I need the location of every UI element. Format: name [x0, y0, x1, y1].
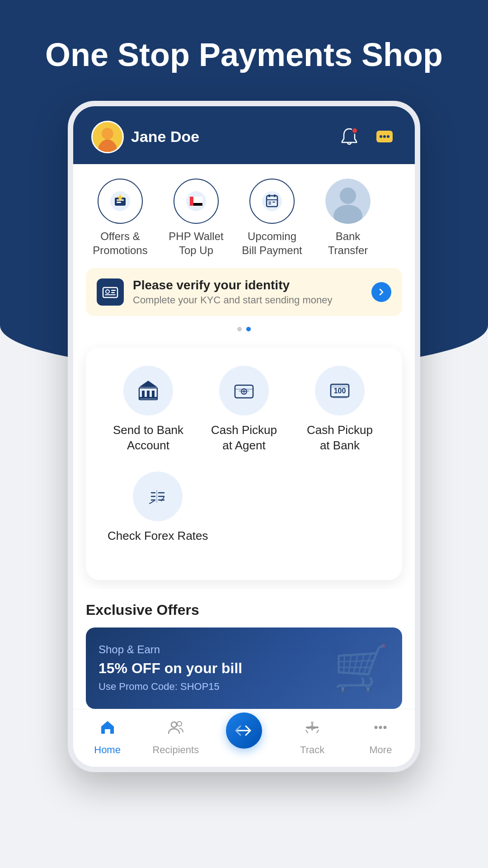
- forex-icon: [133, 472, 183, 521]
- cash-bank-label: Cash Pickupat Bank: [307, 423, 373, 453]
- kyc-arrow-button[interactable]: [371, 282, 391, 302]
- svg-point-6: [383, 135, 386, 138]
- more-icon: [371, 718, 389, 741]
- nav-home-label: Home: [94, 744, 121, 756]
- dot-1: [237, 327, 242, 331]
- phone-mockup: Jane Doe: [68, 101, 420, 772]
- nav-more[interactable]: More: [353, 718, 408, 756]
- nav-home[interactable]: Home: [80, 718, 135, 756]
- send-to-bank-button[interactable]: Send to BankAccount: [108, 366, 189, 453]
- cash-pickup-agent-button[interactable]: Cash Pickupat Agent: [203, 366, 285, 453]
- kyc-subtitle: Complete your KYC and start sending mone…: [133, 294, 362, 306]
- phone-header: Jane Doe: [73, 106, 415, 164]
- nav-recipients[interactable]: Recipients: [149, 718, 203, 756]
- svg-point-5: [380, 135, 382, 138]
- svg-rect-25: [268, 203, 271, 204]
- nav-more-label: More: [369, 744, 392, 756]
- svg-rect-30: [103, 288, 117, 297]
- notification-button[interactable]: [337, 125, 361, 149]
- track-icon: [303, 718, 321, 741]
- quick-action-bill[interactable]: UpcomingBill Payment: [236, 179, 308, 257]
- kyc-icon: [97, 278, 124, 306]
- svg-point-31: [106, 290, 109, 293]
- kyc-text: Please verify your identity Complete you…: [133, 278, 362, 306]
- quick-actions: Offers &Promotions PHP WalletTop Up: [73, 164, 415, 264]
- send-bank-label: Send to BankAccount: [113, 423, 183, 453]
- svg-point-53: [379, 726, 382, 729]
- svg-rect-36: [142, 391, 145, 397]
- bank-transfer-icon: [325, 179, 371, 224]
- recipients-icon: [167, 718, 185, 741]
- quick-action-offers[interactable]: Offers &Promotions: [84, 179, 156, 257]
- offers-label: Offers &Promotions: [93, 229, 147, 257]
- svg-rect-33: [111, 292, 115, 293]
- send-center-icon: [226, 712, 262, 749]
- nav-send[interactable]: [217, 722, 271, 752]
- send-options-row-2: Check Forex Rates: [100, 472, 388, 544]
- svg-rect-34: [105, 294, 116, 295]
- svg-point-50: [177, 722, 182, 726]
- offer-figure-icon: 🛒: [333, 642, 389, 695]
- svg-rect-26: [272, 202, 275, 203]
- nav-track-label: Track: [300, 744, 324, 756]
- svg-rect-18: [193, 200, 202, 203]
- svg-text:100: 100: [334, 387, 346, 395]
- cash-agent-icon: [219, 366, 269, 415]
- svg-rect-39: [139, 397, 157, 399]
- user-name: Jane Doe: [131, 128, 199, 146]
- svg-rect-23: [267, 199, 277, 200]
- carousel-indicators: [73, 323, 415, 339]
- cash-pickup-bank-button[interactable]: 100 Cash Pickupat Bank: [299, 366, 380, 453]
- topup-icon: [174, 179, 219, 224]
- topup-label: PHP WalletTop Up: [169, 229, 223, 257]
- svg-rect-32: [111, 290, 116, 291]
- user-info: Jane Doe: [91, 121, 199, 153]
- quick-action-topup[interactable]: PHP WalletTop Up: [160, 179, 232, 257]
- svg-rect-15: [190, 197, 193, 206]
- offer-text: Shop & Earn 15% OFF on your bill Use Pro…: [99, 643, 242, 692]
- svg-point-19: [262, 191, 282, 211]
- nav-track[interactable]: Track: [285, 718, 339, 756]
- header-icons: [337, 125, 397, 149]
- svg-point-1: [102, 128, 113, 140]
- notification-dot: [352, 127, 358, 134]
- svg-rect-48: [333, 397, 347, 398]
- kyc-banner[interactable]: Please verify your identity Complete you…: [86, 268, 402, 316]
- offer-promo: Use Promo Code: SHOP15: [99, 681, 242, 693]
- offer-tag: Shop & Earn: [99, 643, 242, 656]
- bill-icon: [249, 179, 295, 224]
- dot-2: [246, 327, 251, 331]
- svg-rect-17: [193, 203, 202, 206]
- bill-label: UpcomingBill Payment: [242, 229, 302, 257]
- send-bank-icon: [123, 366, 173, 415]
- nav-recipients-label: Recipients: [152, 744, 199, 756]
- svg-rect-21: [268, 194, 270, 197]
- message-button[interactable]: [372, 125, 397, 149]
- svg-rect-37: [147, 391, 150, 397]
- svg-point-54: [384, 726, 387, 729]
- svg-rect-10: [117, 199, 124, 201]
- send-options-row-1: Send to BankAccount Cash Pickupat Agent: [100, 366, 388, 453]
- offer-card[interactable]: Shop & Earn 15% OFF on your bill Use Pro…: [86, 627, 402, 709]
- cash-bank-icon: 100: [315, 366, 365, 415]
- bank-transfer-label: BankTransfer: [328, 229, 368, 257]
- svg-rect-38: [152, 391, 155, 397]
- svg-rect-11: [117, 202, 121, 203]
- forex-rates-button[interactable]: Check Forex Rates: [108, 472, 208, 544]
- quick-action-bank-transfer[interactable]: BankTransfer: [312, 179, 384, 257]
- svg-rect-16: [193, 197, 202, 200]
- svg-rect-24: [268, 202, 271, 203]
- svg-rect-22: [274, 194, 276, 197]
- cash-agent-label: Cash Pickupat Agent: [211, 423, 277, 453]
- page-headline: One Stop Payments Shop: [18, 36, 470, 74]
- offer-main-text: 15% OFF on your bill: [99, 660, 242, 677]
- exclusive-offers-title: Exclusive Offers: [86, 602, 402, 618]
- avatar: [91, 121, 124, 153]
- svg-point-28: [340, 188, 356, 204]
- home-icon: [99, 718, 117, 741]
- page-wrapper: One Stop Payments Shop Jane Doe: [0, 0, 488, 772]
- svg-point-7: [387, 135, 389, 138]
- send-options-card: Send to BankAccount Cash Pickupat Agent: [86, 348, 402, 580]
- exclusive-offers-section: Exclusive Offers Shop & Earn 15% OFF on …: [73, 589, 415, 709]
- forex-label: Check Forex Rates: [108, 528, 208, 544]
